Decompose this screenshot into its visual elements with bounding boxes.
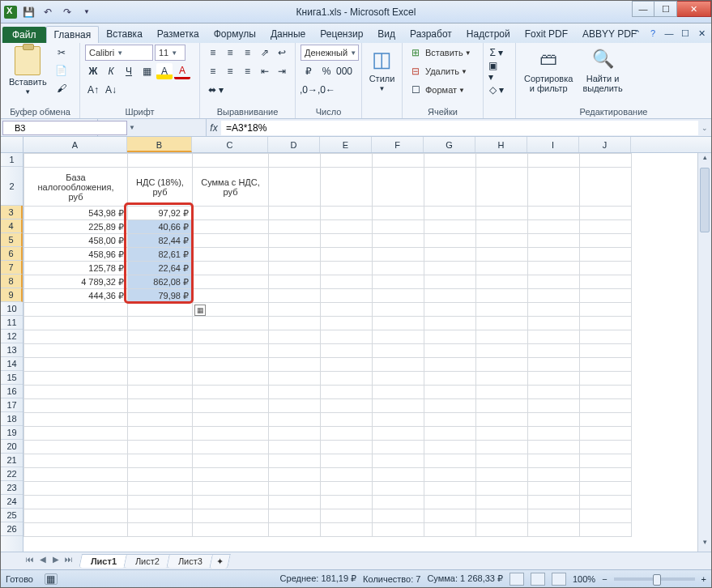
cell-C3[interactable] <box>193 207 269 220</box>
column-header-D[interactable]: D <box>268 137 320 152</box>
row-header-6[interactable]: 6 <box>1 247 23 261</box>
cell-A12[interactable] <box>24 330 128 344</box>
cell-G22[interactable] <box>424 468 476 482</box>
cell-G6[interactable] <box>424 248 476 262</box>
vertical-scrollbar[interactable]: ▴ ▾ <box>697 153 711 552</box>
cell-E7[interactable] <box>321 262 373 275</box>
cell-E1[interactable] <box>321 154 373 168</box>
cell-D17[interactable] <box>269 399 321 413</box>
fx-icon[interactable]: fx <box>207 122 221 134</box>
cell-G9[interactable] <box>424 289 476 303</box>
cell-B8[interactable]: 862,08 ₽ <box>128 275 193 289</box>
cell-E22[interactable] <box>321 468 373 482</box>
cell-B12[interactable] <box>128 330 193 344</box>
maximize-button[interactable]: ☐ <box>654 1 677 17</box>
cell-D6[interactable] <box>269 248 321 262</box>
cell-H18[interactable] <box>476 413 528 427</box>
orientation-icon[interactable]: ⇗ <box>257 45 272 61</box>
cell-G7[interactable] <box>424 262 476 275</box>
cell-I18[interactable] <box>528 413 580 427</box>
select-all-corner[interactable] <box>1 137 23 152</box>
ribbon-tab-5[interactable]: Рецензир <box>313 26 370 43</box>
ribbon-tab-0[interactable]: Главная <box>46 26 100 43</box>
cell-D9[interactable] <box>269 289 321 303</box>
workbook-min-icon[interactable]: — <box>663 27 676 40</box>
grow-font-icon[interactable]: A↑ <box>85 82 101 98</box>
column-header-G[interactable]: G <box>424 137 475 152</box>
cell-H13[interactable] <box>476 344 528 358</box>
cell-C8[interactable] <box>193 275 269 289</box>
cell-D20[interactable] <box>269 441 321 454</box>
font-color-icon[interactable]: А <box>174 63 190 79</box>
cell-F9[interactable] <box>373 289 424 303</box>
cell-I17[interactable] <box>528 399 580 413</box>
cell-F14[interactable] <box>373 358 424 372</box>
cell-C7[interactable] <box>193 262 269 275</box>
cell-G2[interactable] <box>424 168 476 207</box>
cell-I13[interactable] <box>528 344 580 358</box>
row-header-26[interactable]: 26 <box>1 522 23 536</box>
cell-F1[interactable] <box>373 154 424 168</box>
cell-D19[interactable] <box>269 427 321 441</box>
cell-A18[interactable] <box>24 413 128 427</box>
autosum-icon[interactable]: Σ ▾ <box>488 45 505 61</box>
cut-icon[interactable]: ✂ <box>53 45 70 61</box>
cell-A8[interactable]: 4 789,32 ₽ <box>24 275 128 289</box>
cell-J22[interactable] <box>580 468 632 482</box>
cell-D1[interactable] <box>269 154 321 168</box>
sheet-tab-2[interactable]: Лист3 <box>166 554 215 568</box>
cell-B3[interactable]: 97,92 ₽ <box>128 207 193 220</box>
cell-F4[interactable] <box>373 220 424 234</box>
cell-C15[interactable] <box>193 372 269 386</box>
cell-I4[interactable] <box>528 220 580 234</box>
cell-J12[interactable] <box>580 330 632 344</box>
cell-G1[interactable] <box>424 154 476 168</box>
cell-I23[interactable] <box>528 482 580 496</box>
cell-J3[interactable] <box>580 207 632 220</box>
cell-A6[interactable]: 458,96 ₽ <box>24 248 128 262</box>
row-header-22[interactable]: 22 <box>1 467 23 481</box>
align-center-icon[interactable]: ≡ <box>222 63 237 79</box>
cell-F5[interactable] <box>373 234 424 248</box>
cell-F2[interactable] <box>373 168 424 207</box>
row-header-17[interactable]: 17 <box>1 398 23 412</box>
cell-E4[interactable] <box>321 220 373 234</box>
cell-H7[interactable] <box>476 262 528 275</box>
row-header-10[interactable]: 10 <box>1 302 23 316</box>
row-header-4[interactable]: 4 <box>1 219 23 233</box>
cell-D5[interactable] <box>269 234 321 248</box>
cell-F18[interactable] <box>373 413 424 427</box>
cell-E3[interactable] <box>321 207 373 220</box>
cell-D16[interactable] <box>269 386 321 399</box>
cell-I25[interactable] <box>528 509 580 523</box>
cell-A3[interactable]: 543,98 ₽ <box>24 207 128 220</box>
cell-B2[interactable]: НДС (18%), руб <box>128 168 193 207</box>
number-format-combo[interactable]: Денежный▼ <box>301 45 359 61</box>
cell-D15[interactable] <box>269 372 321 386</box>
cell-B24[interactable] <box>128 496 193 509</box>
scroll-down-icon[interactable]: ▾ <box>698 538 711 552</box>
cell-G24[interactable] <box>424 496 476 509</box>
cell-H20[interactable] <box>476 441 528 454</box>
font-name-combo[interactable]: Calibri▼ <box>85 45 153 61</box>
cell-J13[interactable] <box>580 344 632 358</box>
column-header-I[interactable]: I <box>527 137 579 152</box>
cell-B15[interactable] <box>128 372 193 386</box>
cell-B18[interactable] <box>128 413 193 427</box>
cell-D23[interactable] <box>269 482 321 496</box>
ribbon-tab-4[interactable]: Данные <box>263 26 313 43</box>
cell-H12[interactable] <box>476 330 528 344</box>
cell-I1[interactable] <box>528 154 580 168</box>
cell-I20[interactable] <box>528 441 580 454</box>
currency-icon[interactable]: ₽ <box>301 63 317 79</box>
cell-C18[interactable] <box>193 413 269 427</box>
cell-D25[interactable] <box>269 509 321 523</box>
cell-J16[interactable] <box>580 386 632 399</box>
qat-undo-icon[interactable]: ↶ <box>40 4 56 20</box>
cell-B22[interactable] <box>128 468 193 482</box>
cell-I21[interactable] <box>528 454 580 468</box>
cell-H9[interactable] <box>476 289 528 303</box>
row-header-18[interactable]: 18 <box>1 412 23 426</box>
cell-B14[interactable] <box>128 358 193 372</box>
fill-color-icon[interactable]: А <box>156 63 173 79</box>
